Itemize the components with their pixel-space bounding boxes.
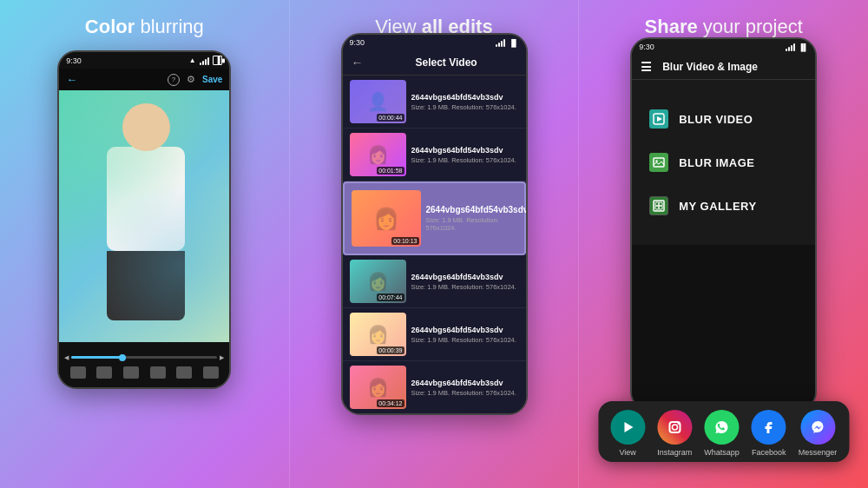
thumb-3: 👩 00:07:44 [350, 260, 406, 303]
blur-video-icon [649, 109, 668, 129]
svg-point-11 [672, 425, 677, 430]
svg-point-12 [677, 423, 679, 425]
section-color-blur: Color blurring 9:30 ▲ ▐ ← ? ⚙ Save [0, 0, 289, 488]
video-info-5: 2644vbgs64bfd54vb3sdv Size: 1.9 MB. Reso… [411, 379, 519, 397]
video-item-1[interactable]: 👩 00:01:58 2644vbgs64bfd54vb3sdv Size: 1… [343, 129, 526, 181]
video-meta-4: Size: 1.9 MB. Resolution: 576x1024. [411, 336, 519, 344]
blur-video-label: BLUR VIDEO [679, 113, 753, 126]
svg-rect-6 [659, 202, 662, 206]
battery-icon: ▐ [213, 56, 223, 65]
share-item-instagram[interactable]: Instagram [657, 410, 692, 457]
thumb-time-4: 00:00:39 [377, 346, 404, 354]
video-name-4: 2644vbgs64bfd54vb3sdv [411, 326, 519, 334]
phone3-signal [786, 43, 795, 51]
video-meta-3: Size: 1.9 MB. Resolution: 576x1024. [411, 283, 519, 291]
ctrl-icon-1[interactable] [70, 366, 86, 379]
phone3-status-bar: 9:30 ▐▌ [632, 39, 815, 55]
progress-bar-row: ◀ ▶ [64, 354, 224, 361]
svg-point-3 [655, 161, 657, 162]
video-name-2: 2644vbgs64bfd54vb3sdv [426, 205, 526, 214]
instagram-label: Instagram [657, 448, 692, 457]
video-item-2[interactable]: 👩 00:10:13 2644vbgs64bfd54vb3sdv Size: 1… [343, 181, 526, 255]
video-item-6[interactable]: 👩 00:00:18 2644vbgs64bfd54vb3sdv Size: 1… [343, 414, 526, 415]
phone1-top-bar: ← ? ⚙ Save [59, 69, 229, 90]
person-pants [107, 251, 185, 320]
share-bar: View Instagram Whatsapp [598, 401, 849, 462]
whatsapp-icon [704, 410, 739, 445]
phone3-screen-title: Blur Video & Image [662, 61, 758, 73]
ctrl-icon-2[interactable] [96, 366, 112, 379]
video-name-0: 2644vbgs64bfd54vb3sdv [411, 93, 519, 102]
hamburger-menu-icon[interactable]: ☰ [641, 60, 652, 74]
video-item-4[interactable]: 👩 00:00:39 2644vbgs64bfd54vb3sdv Size: 1… [343, 308, 526, 361]
ctrl-icon-6[interactable] [203, 366, 219, 379]
menu-item-blur-video[interactable]: BLUR VIDEO [632, 97, 815, 141]
ctrl-icon-3[interactable] [123, 366, 139, 379]
view-icon [610, 410, 645, 445]
video-item-0[interactable]: 👤 00:00:44 2644vbgs64bfd54vb3sdv Size: 1… [343, 76, 526, 129]
blur-image-label: BLUR IMAGE [679, 156, 754, 169]
phone2-signal [496, 38, 505, 47]
facebook-icon [752, 410, 786, 445]
phone1-status-bar: 9:30 ▲ ▐ [59, 52, 229, 69]
phone1-video-area [59, 90, 231, 342]
ctrl-icon-5[interactable] [176, 366, 192, 379]
thumb-time-5: 00:34:12 [377, 399, 404, 407]
section-share-project: Share your project 9:30 ▐▌ ☰ Blur Video … [579, 0, 868, 488]
thumb-time-2: 00:10:13 [391, 237, 418, 245]
share-item-facebook[interactable]: Facebook [752, 410, 786, 457]
video-name-5: 2644vbgs64bfd54vb3sdv [411, 379, 519, 387]
phone3-top-bar: ☰ Blur Video & Image [632, 55, 815, 80]
save-button[interactable]: Save [202, 75, 222, 84]
video-meta-1: Size: 1.9 MB. Resolution: 576x1024. [411, 156, 519, 164]
messenger-label: Messenger [799, 448, 838, 457]
video-meta-0: Size: 1.9 MB. Resolution: 576x1024. [411, 103, 519, 111]
phone1-controls: ◀ ▶ [59, 342, 229, 389]
share-item-view[interactable]: View [610, 410, 645, 457]
back-arrow-icon[interactable]: ← [66, 73, 77, 86]
menu-item-my-gallery[interactable]: MY GALLERY [632, 184, 815, 228]
section1-title: Color blurring [85, 16, 204, 38]
ctrl-icon-4[interactable] [150, 366, 166, 379]
video-info-0: 2644vbgs64bfd54vb3sdv Size: 1.9 MB. Reso… [411, 93, 519, 111]
thumb-time-0: 00:00:44 [377, 114, 404, 122]
my-gallery-icon [649, 196, 668, 215]
phone3-time: 9:30 [639, 43, 654, 51]
progress-track[interactable] [71, 356, 217, 359]
signal-bars [200, 56, 209, 65]
video-item-5[interactable]: 👩 00:34:12 2644vbgs64bfd54vb3sdv Size: 1… [343, 361, 526, 414]
settings-icon[interactable]: ⚙ [187, 74, 195, 85]
video-name-1: 2644vbgs64bfd54vb3sdv [411, 146, 519, 155]
my-gallery-label: MY GALLERY [679, 200, 757, 213]
svg-rect-7 [655, 206, 659, 209]
share-item-messenger[interactable]: Messenger [799, 410, 838, 457]
video-meta-2: Size: 1.9 MB. Resolution: 576x1024. [426, 216, 526, 232]
phone2-time: 9:30 [350, 38, 365, 47]
phone1-time: 9:30 [66, 56, 82, 65]
blur-image-icon [649, 153, 668, 172]
video-info-2: 2644vbgs64bfd54vb3sdv Size: 1.9 MB. Reso… [426, 205, 526, 232]
thumb-0: 👤 00:00:44 [350, 80, 406, 123]
share-item-whatsapp[interactable]: Whatsapp [704, 410, 740, 457]
thumb-2: 👩 00:10:13 [352, 190, 421, 247]
thumb-time-3: 00:07:44 [377, 293, 404, 301]
phone2: 9:30 ▐▌ ← Select Video 👤 00:00:44 [341, 33, 528, 415]
svg-marker-9 [624, 422, 633, 432]
video-info-4: 2644vbgs64bfd54vb3sdv Size: 1.9 MB. Reso… [411, 326, 519, 344]
phone2-status-bar: 9:30 ▐▌ [343, 35, 526, 50]
person-head [122, 103, 170, 151]
video-meta-5: Size: 1.9 MB. Resolution: 576x1024. [411, 389, 519, 397]
help-icon[interactable]: ? [168, 74, 180, 86]
phone3: 9:30 ▐▌ ☰ Blur Video & Image [630, 37, 817, 411]
menu-item-blur-image[interactable]: BLUR IMAGE [632, 141, 815, 184]
thumb-time-1: 00:01:58 [377, 167, 404, 175]
section-view-edits: View all edits 9:30 ▐▌ ← Select Video [290, 0, 579, 488]
phone2-back-arrow[interactable]: ← [352, 56, 364, 69]
svg-rect-5 [655, 202, 659, 206]
video-item-3[interactable]: 👩 00:07:44 2644vbgs64bfd54vb3sdv Size: 1… [343, 255, 526, 308]
wifi-icon: ▲ [189, 56, 196, 64]
svg-marker-1 [657, 116, 662, 122]
video-name-3: 2644vbgs64bfd54vb3sdv [411, 273, 519, 281]
thumb-4: 👩 00:00:39 [350, 313, 406, 356]
whatsapp-label: Whatsapp [704, 448, 740, 457]
